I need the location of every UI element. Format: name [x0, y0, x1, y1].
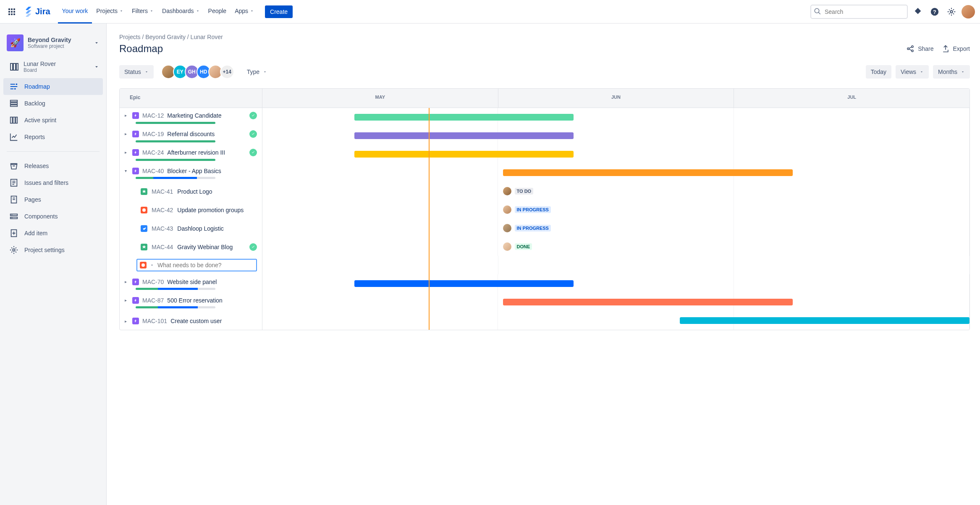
- type-filter[interactable]: Type: [242, 65, 272, 79]
- search-box: [810, 5, 908, 19]
- epic-row[interactable]: ▸ MAC-12 Marketing Candidate: [120, 108, 970, 126]
- assignee-avatar[interactable]: [503, 205, 511, 214]
- svg-point-25: [12, 214, 13, 215]
- issue-title: Referral discounts: [167, 131, 215, 137]
- months-button[interactable]: Months: [933, 65, 970, 79]
- components-icon: [9, 212, 18, 221]
- nav-filters[interactable]: Filters: [128, 0, 158, 24]
- timeline-bar[interactable]: [354, 151, 574, 158]
- create-issue-input[interactable]: [157, 262, 254, 268]
- epic-icon: [132, 318, 139, 324]
- expand-icon[interactable]: ▸: [125, 319, 129, 324]
- svg-point-9: [14, 88, 16, 90]
- sidebar-item-reports[interactable]: Reports: [3, 129, 103, 145]
- breadcrumb[interactable]: Projects / Beyond Gravity / Lunar Rover: [119, 34, 970, 40]
- chevron-down-icon: [149, 9, 154, 13]
- expand-icon[interactable]: ▸: [125, 132, 129, 136]
- epic-row[interactable]: ▸ MAC-19 Referral discounts: [120, 126, 970, 145]
- timeline-bar[interactable]: [354, 132, 574, 139]
- issue-key: MAC-43: [152, 225, 173, 232]
- expand-icon[interactable]: ▸: [125, 150, 129, 155]
- project-selector[interactable]: 🚀 Beyond Gravity Software project: [3, 32, 103, 57]
- export-button[interactable]: Export: [941, 45, 970, 53]
- status-badge: IN PROGRESS: [515, 225, 551, 231]
- issue-title: Update promotion groups: [177, 207, 244, 213]
- child-issue-row[interactable]: MAC-41 Product Logo TO DO: [120, 182, 970, 200]
- nav-your-work[interactable]: Your work: [58, 0, 92, 24]
- user-avatar[interactable]: [962, 5, 975, 18]
- sidebar-item-roadmap[interactable]: Roadmap: [3, 78, 103, 95]
- settings-icon[interactable]: [945, 5, 958, 18]
- nav-apps[interactable]: Apps: [231, 0, 258, 24]
- timeline-bar[interactable]: [503, 169, 793, 176]
- status-badge: DONE: [515, 243, 532, 250]
- chevron-down-icon[interactable]: [150, 263, 154, 267]
- issue-title: 500 Error reservation: [167, 297, 223, 304]
- assignee-avatar[interactable]: [503, 242, 511, 251]
- timeline-bar[interactable]: [503, 299, 793, 305]
- chevron-down-icon: [94, 64, 100, 70]
- epic-icon: [132, 279, 139, 285]
- child-issue-row[interactable]: MAC-43 Dashloop Logistic IN PROGRESS: [120, 219, 970, 237]
- epic-row[interactable]: ▸ MAC-101 Create custom user: [120, 311, 970, 330]
- assignee-avatar[interactable]: [503, 187, 511, 195]
- help-icon[interactable]: ?: [928, 5, 941, 18]
- today-button[interactable]: Today: [866, 65, 891, 79]
- backlog-icon: [9, 99, 18, 108]
- issue-type-icon: [141, 207, 147, 213]
- sidebar-item-components[interactable]: Components: [3, 208, 103, 225]
- board-selector[interactable]: Lunar Rover Board: [3, 57, 103, 78]
- sidebar-item-active-sprint[interactable]: Active sprint: [3, 112, 103, 129]
- timeline-bar[interactable]: [354, 280, 574, 287]
- epic-row[interactable]: ▾ MAC-40 Blocker - App Basics: [120, 163, 970, 182]
- chevron-down-icon: [119, 9, 123, 13]
- child-issue-row[interactable]: MAC-44 Gravity Webinar Blog DONE: [120, 237, 970, 256]
- sidebar-item-add-item[interactable]: Add item: [3, 225, 103, 242]
- chevron-down-icon: [144, 70, 149, 74]
- app-switcher-icon[interactable]: [5, 5, 18, 18]
- issue-type-icon: [141, 244, 147, 250]
- expand-icon[interactable]: ▾: [125, 168, 129, 173]
- issue-title: Dashloop Logistic: [177, 225, 224, 232]
- sidebar-item-project-settings[interactable]: Project settings: [3, 242, 103, 258]
- top-nav-left: Jira Your workProjectsFiltersDashboardsP…: [5, 0, 293, 24]
- expand-icon[interactable]: ▸: [125, 279, 129, 284]
- search-input[interactable]: [810, 5, 908, 19]
- svg-rect-10: [10, 100, 18, 102]
- avatar-more[interactable]: +14: [220, 65, 234, 79]
- done-check-icon: [249, 112, 257, 119]
- sidebar-item-backlog[interactable]: Backlog: [3, 95, 103, 112]
- status-badge: IN PROGRESS: [515, 206, 551, 213]
- child-issue-row[interactable]: MAC-42 Update promotion groups IN PROGRE…: [120, 200, 970, 219]
- svg-rect-24: [10, 217, 18, 219]
- expand-icon[interactable]: ▸: [125, 298, 129, 302]
- epic-row[interactable]: ▸ MAC-70 Website side panel: [120, 274, 970, 293]
- project-type: Software project: [28, 43, 71, 49]
- epic-row[interactable]: ▸ MAC-24 Afterburner revision III: [120, 145, 970, 163]
- expand-icon[interactable]: ▸: [125, 113, 129, 118]
- epic-row[interactable]: ▸ MAC-87 500 Error reservation: [120, 293, 970, 311]
- notifications-icon[interactable]: [911, 5, 925, 18]
- views-button[interactable]: Views: [896, 65, 929, 79]
- share-button[interactable]: Share: [906, 45, 933, 53]
- nav-people[interactable]: People: [204, 0, 231, 24]
- assignee-avatar[interactable]: [503, 224, 511, 232]
- status-filter[interactable]: Status: [119, 65, 154, 79]
- nav-dashboards[interactable]: Dashboards: [158, 0, 204, 24]
- svg-rect-7: [16, 63, 18, 70]
- jira-logo[interactable]: Jira: [20, 7, 54, 17]
- epic-icon: [132, 131, 139, 137]
- issue-type-selector[interactable]: [140, 262, 147, 268]
- nav-projects[interactable]: Projects: [92, 0, 128, 24]
- svg-rect-14: [13, 117, 15, 124]
- issue-type-icon: [141, 188, 147, 195]
- timeline-bar[interactable]: [680, 317, 970, 324]
- svg-line-35: [909, 49, 912, 50]
- sidebar-item-releases[interactable]: Releases: [3, 158, 103, 174]
- sidebar-item-issues-and-filters[interactable]: Issues and filters: [3, 174, 103, 191]
- timeline-bar[interactable]: [354, 114, 574, 121]
- sidebar-item-pages[interactable]: Pages: [3, 191, 103, 208]
- pages-icon: [9, 195, 18, 204]
- reports-icon: [9, 132, 18, 142]
- create-button[interactable]: Create: [265, 5, 293, 18]
